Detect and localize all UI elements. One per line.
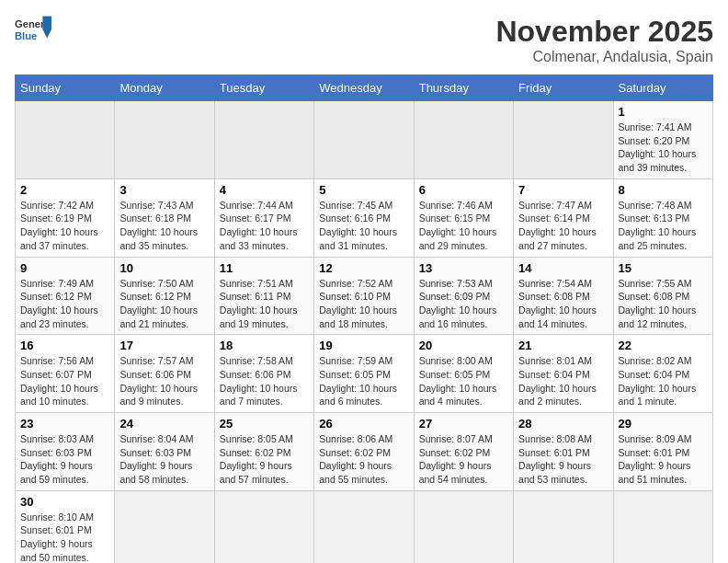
calendar-day-cell: 2Sunrise: 7:42 AM Sunset: 6:19 PM Daylig… bbox=[16, 178, 115, 257]
day-info: Sunrise: 8:10 AM Sunset: 6:01 PM Dayligh… bbox=[20, 511, 109, 563]
weekday-header-cell: Friday bbox=[514, 75, 613, 101]
day-info: Sunrise: 7:54 AM Sunset: 6:08 PM Dayligh… bbox=[518, 277, 608, 331]
calendar-day-cell: 5Sunrise: 7:45 AM Sunset: 6:16 PM Daylig… bbox=[314, 178, 414, 257]
month-year-title: November 2025 bbox=[495, 15, 713, 49]
day-info: Sunrise: 7:58 AM Sunset: 6:06 PM Dayligh… bbox=[220, 354, 309, 408]
calendar-day-cell: 16Sunrise: 7:56 AM Sunset: 6:07 PM Dayli… bbox=[16, 335, 115, 413]
day-info: Sunrise: 7:51 AM Sunset: 6:11 PM Dayligh… bbox=[220, 277, 309, 331]
calendar-week-row: 23Sunrise: 8:03 AM Sunset: 6:03 PM Dayli… bbox=[16, 413, 713, 491]
calendar-table: SundayMondayTuesdayWednesdayThursdayFrid… bbox=[15, 75, 713, 563]
day-number: 22 bbox=[619, 339, 708, 352]
day-number: 14 bbox=[518, 261, 608, 275]
day-info: Sunrise: 7:42 AM Sunset: 6:19 PM Dayligh… bbox=[20, 199, 109, 253]
day-info: Sunrise: 7:46 AM Sunset: 6:15 PM Dayligh… bbox=[419, 199, 508, 253]
day-info: Sunrise: 7:44 AM Sunset: 6:17 PM Dayligh… bbox=[220, 199, 309, 253]
day-number: 10 bbox=[119, 261, 209, 275]
day-number: 3 bbox=[119, 183, 209, 197]
day-number: 13 bbox=[419, 261, 508, 275]
day-info: Sunrise: 7:47 AM Sunset: 6:14 PM Dayligh… bbox=[518, 199, 608, 253]
day-info: Sunrise: 7:41 AM Sunset: 6:20 PM Dayligh… bbox=[619, 121, 708, 175]
svg-marker-2 bbox=[42, 17, 51, 29]
day-info: Sunrise: 7:53 AM Sunset: 6:09 PM Dayligh… bbox=[419, 277, 508, 331]
day-number: 5 bbox=[319, 183, 408, 197]
day-info: Sunrise: 8:06 AM Sunset: 6:02 PM Dayligh… bbox=[319, 432, 408, 487]
day-info: Sunrise: 8:07 AM Sunset: 6:02 PM Dayligh… bbox=[419, 432, 508, 487]
calendar-day-cell: 25Sunrise: 8:05 AM Sunset: 6:02 PM Dayli… bbox=[214, 413, 313, 491]
weekday-header-cell: Tuesday bbox=[214, 75, 313, 101]
calendar-body: 1Sunrise: 7:41 AM Sunset: 6:20 PM Daylig… bbox=[16, 101, 713, 564]
calendar-day-cell bbox=[115, 101, 214, 179]
day-number: 9 bbox=[20, 261, 109, 275]
calendar-day-cell bbox=[314, 101, 414, 179]
weekday-header-cell: Sunday bbox=[16, 75, 115, 101]
calendar-week-row: 16Sunrise: 7:56 AM Sunset: 6:07 PM Dayli… bbox=[16, 335, 713, 413]
calendar-day-cell: 7Sunrise: 7:47 AM Sunset: 6:14 PM Daylig… bbox=[514, 178, 613, 257]
day-number: 2 bbox=[20, 183, 109, 197]
day-number: 24 bbox=[119, 417, 209, 431]
calendar-day-cell: 13Sunrise: 7:53 AM Sunset: 6:09 PM Dayli… bbox=[414, 257, 513, 335]
calendar-day-cell: 9Sunrise: 7:49 AM Sunset: 6:12 PM Daylig… bbox=[16, 257, 115, 335]
calendar-day-cell: 27Sunrise: 8:07 AM Sunset: 6:02 PM Dayli… bbox=[414, 413, 513, 491]
day-number: 6 bbox=[419, 183, 508, 197]
day-info: Sunrise: 8:09 AM Sunset: 6:01 PM Dayligh… bbox=[619, 432, 708, 487]
svg-marker-3 bbox=[42, 29, 51, 39]
day-info: Sunrise: 7:55 AM Sunset: 6:08 PM Dayligh… bbox=[619, 277, 708, 331]
calendar-day-cell: 29Sunrise: 8:09 AM Sunset: 6:01 PM Dayli… bbox=[613, 413, 712, 491]
day-number: 20 bbox=[419, 339, 508, 352]
calendar-week-row: 2Sunrise: 7:42 AM Sunset: 6:19 PM Daylig… bbox=[16, 178, 713, 257]
calendar-day-cell: 20Sunrise: 8:00 AM Sunset: 6:05 PM Dayli… bbox=[414, 335, 513, 413]
calendar-day-cell: 3Sunrise: 7:43 AM Sunset: 6:18 PM Daylig… bbox=[115, 178, 214, 257]
day-number: 29 bbox=[619, 417, 708, 431]
calendar-day-cell bbox=[314, 490, 414, 563]
calendar-day-cell: 26Sunrise: 8:06 AM Sunset: 6:02 PM Dayli… bbox=[314, 413, 414, 491]
day-info: Sunrise: 8:01 AM Sunset: 6:04 PM Dayligh… bbox=[518, 354, 608, 408]
calendar-day-cell: 8Sunrise: 7:48 AM Sunset: 6:13 PM Daylig… bbox=[613, 178, 712, 257]
calendar-day-cell: 17Sunrise: 7:57 AM Sunset: 6:06 PM Dayli… bbox=[115, 335, 214, 413]
day-number: 11 bbox=[220, 261, 309, 275]
calendar-day-cell: 24Sunrise: 8:04 AM Sunset: 6:03 PM Dayli… bbox=[115, 413, 214, 491]
logo: General Blue bbox=[15, 15, 51, 44]
day-info: Sunrise: 7:45 AM Sunset: 6:16 PM Dayligh… bbox=[319, 199, 408, 253]
calendar-day-cell bbox=[414, 101, 513, 179]
day-number: 27 bbox=[419, 417, 508, 431]
calendar-day-cell bbox=[214, 101, 313, 179]
day-info: Sunrise: 7:56 AM Sunset: 6:07 PM Dayligh… bbox=[20, 354, 109, 408]
calendar-day-cell: 10Sunrise: 7:50 AM Sunset: 6:12 PM Dayli… bbox=[115, 257, 214, 335]
weekday-header-cell: Monday bbox=[115, 75, 214, 101]
day-number: 23 bbox=[20, 417, 109, 431]
day-number: 1 bbox=[619, 105, 708, 119]
weekday-header-cell: Wednesday bbox=[314, 75, 414, 101]
day-info: Sunrise: 7:59 AM Sunset: 6:05 PM Dayligh… bbox=[319, 354, 408, 408]
calendar-day-cell bbox=[214, 490, 313, 563]
day-number: 17 bbox=[119, 339, 209, 352]
calendar-day-cell: 15Sunrise: 7:55 AM Sunset: 6:08 PM Dayli… bbox=[613, 257, 712, 335]
calendar-day-cell: 12Sunrise: 7:52 AM Sunset: 6:10 PM Dayli… bbox=[314, 257, 414, 335]
calendar-week-row: 30Sunrise: 8:10 AM Sunset: 6:01 PM Dayli… bbox=[16, 490, 713, 563]
day-info: Sunrise: 8:05 AM Sunset: 6:02 PM Dayligh… bbox=[220, 432, 309, 487]
calendar-day-cell: 19Sunrise: 7:59 AM Sunset: 6:05 PM Dayli… bbox=[314, 335, 414, 413]
day-info: Sunrise: 8:04 AM Sunset: 6:03 PM Dayligh… bbox=[119, 432, 209, 487]
calendar-week-row: 9Sunrise: 7:49 AM Sunset: 6:12 PM Daylig… bbox=[16, 257, 713, 335]
calendar-day-cell bbox=[613, 490, 712, 563]
day-info: Sunrise: 7:57 AM Sunset: 6:06 PM Dayligh… bbox=[119, 354, 209, 408]
day-number: 26 bbox=[319, 417, 408, 431]
calendar-day-cell: 30Sunrise: 8:10 AM Sunset: 6:01 PM Dayli… bbox=[16, 490, 115, 563]
calendar-day-cell: 21Sunrise: 8:01 AM Sunset: 6:04 PM Dayli… bbox=[514, 335, 613, 413]
day-number: 21 bbox=[518, 339, 608, 352]
calendar-day-cell bbox=[16, 101, 115, 179]
weekday-header-cell: Thursday bbox=[414, 75, 513, 101]
svg-text:Blue: Blue bbox=[15, 30, 37, 41]
day-number: 19 bbox=[319, 339, 408, 352]
day-number: 12 bbox=[319, 261, 408, 275]
day-info: Sunrise: 8:00 AM Sunset: 6:05 PM Dayligh… bbox=[419, 354, 508, 408]
day-number: 4 bbox=[220, 183, 309, 197]
day-info: Sunrise: 8:02 AM Sunset: 6:04 PM Dayligh… bbox=[619, 354, 708, 408]
weekday-header-cell: Saturday bbox=[613, 75, 712, 101]
calendar-week-row: 1Sunrise: 7:41 AM Sunset: 6:20 PM Daylig… bbox=[16, 101, 713, 179]
day-info: Sunrise: 7:52 AM Sunset: 6:10 PM Dayligh… bbox=[319, 277, 408, 331]
calendar-day-cell: 14Sunrise: 7:54 AM Sunset: 6:08 PM Dayli… bbox=[514, 257, 613, 335]
title-area: November 2025 Colmenar, Andalusia, Spain bbox=[495, 15, 713, 65]
location-subtitle: Colmenar, Andalusia, Spain bbox=[495, 49, 713, 65]
calendar-day-cell bbox=[514, 101, 613, 179]
day-info: Sunrise: 7:48 AM Sunset: 6:13 PM Dayligh… bbox=[619, 199, 708, 253]
